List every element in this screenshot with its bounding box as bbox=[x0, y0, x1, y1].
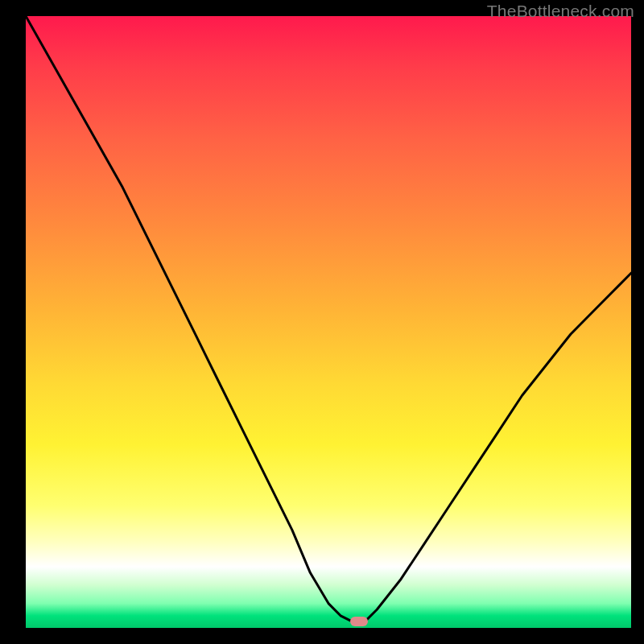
bottleneck-curve bbox=[26, 16, 631, 628]
plot-area bbox=[26, 16, 631, 628]
chart-frame: TheBottleneck.com bbox=[0, 0, 644, 644]
optimal-point-marker bbox=[350, 617, 368, 626]
watermark-text: TheBottleneck.com bbox=[487, 2, 634, 21]
